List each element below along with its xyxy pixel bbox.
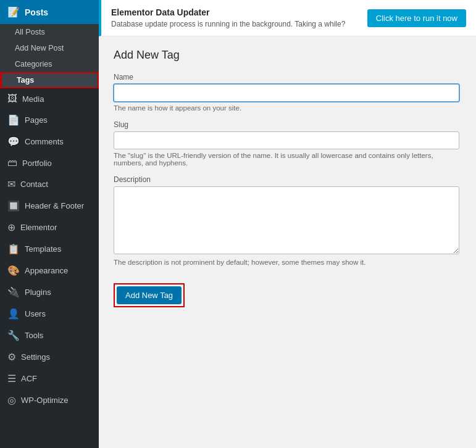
sidebar-item-comments[interactable]: 💬 Comments <box>0 131 99 152</box>
submit-button-wrapper: Add New Tag <box>114 283 185 307</box>
main-content: Elementor Data Updater Database update p… <box>99 0 476 448</box>
sidebar-item-tags[interactable]: Tags <box>0 72 99 88</box>
sidebar-item-posts-label: Posts <box>25 7 48 17</box>
sidebar: 📝 Posts All Posts Add New Post Categorie… <box>0 0 99 448</box>
sidebar-item-all-posts[interactable]: All Posts <box>0 24 99 40</box>
sidebar-item-media-label: Media <box>22 94 44 104</box>
notice-title: Elementor Data Updater <box>111 7 345 17</box>
posts-icon: 📝 <box>7 6 20 18</box>
description-textarea[interactable] <box>114 186 459 254</box>
sidebar-item-categories[interactable]: Categories <box>0 56 99 72</box>
description-label: Description <box>114 175 461 184</box>
plugins-icon: 🔌 <box>7 286 20 298</box>
slug-field-group: Slug The "slug" is the URL-friendly vers… <box>114 120 461 167</box>
sidebar-item-comments-label: Comments <box>25 137 64 146</box>
sidebar-item-wp-optimize[interactable]: ◎ WP-Optimize <box>0 389 99 411</box>
slug-input[interactable] <box>114 131 459 149</box>
header-footer-icon: 🔲 <box>7 200 20 212</box>
description-hint: The description is not prominent by defa… <box>114 259 459 266</box>
sidebar-item-pages-label: Pages <box>25 115 48 125</box>
appearance-icon: 🎨 <box>7 265 20 276</box>
name-hint: The name is how it appears on your site. <box>114 104 459 112</box>
sidebar-item-portfolio-label: Portfolio <box>22 159 52 168</box>
tools-icon: 🔧 <box>7 330 20 341</box>
portfolio-icon: 🗃 <box>7 157 17 168</box>
slug-hint: The "slug" is the URL-friendly version o… <box>114 152 459 167</box>
sidebar-item-portfolio[interactable]: 🗃 Portfolio <box>0 152 99 173</box>
sidebar-item-elementor[interactable]: ⊕ Elementor <box>0 217 99 238</box>
sidebar-item-header-footer-label: Header & Footer <box>25 201 84 210</box>
sidebar-item-add-new-post[interactable]: Add New Post <box>0 40 99 56</box>
sidebar-item-appearance-label: Appearance <box>25 266 68 275</box>
sidebar-item-templates[interactable]: 📋 Templates <box>0 238 99 260</box>
sidebar-item-templates-label: Templates <box>25 244 61 254</box>
name-label: Name <box>114 73 461 81</box>
media-icon: 🖼 <box>7 93 17 104</box>
sidebar-item-acf-label: ACF <box>21 374 37 383</box>
pages-icon: 📄 <box>7 114 20 126</box>
sidebar-item-acf[interactable]: ☰ ACF <box>0 368 99 389</box>
notice-banner: Elementor Data Updater Database update p… <box>99 0 476 36</box>
name-input[interactable] <box>114 84 459 102</box>
acf-icon: ☰ <box>7 373 16 384</box>
elementor-icon: ⊕ <box>7 222 15 233</box>
name-field-group: Name The name is how it appears on your … <box>114 73 461 112</box>
sidebar-item-settings-label: Settings <box>21 352 50 362</box>
sidebar-item-tools[interactable]: 🔧 Tools <box>0 325 99 346</box>
slug-label: Slug <box>114 120 461 129</box>
sidebar-item-contact[interactable]: ✉ Contact <box>0 173 99 195</box>
sidebar-item-users-label: Users <box>25 309 46 318</box>
sidebar-item-tools-label: Tools <box>25 331 43 340</box>
contact-icon: ✉ <box>7 178 15 190</box>
form-title: Add New Tag <box>114 49 461 62</box>
settings-icon: ⚙ <box>7 351 16 363</box>
posts-submenu: All Posts Add New Post Categories Tags <box>0 24 99 88</box>
sidebar-item-plugins[interactable]: 🔌 Plugins <box>0 281 99 303</box>
sidebar-item-contact-label: Contact <box>20 180 48 189</box>
users-icon: 👤 <box>7 308 20 320</box>
comments-icon: 💬 <box>7 136 20 147</box>
sidebar-item-header-footer[interactable]: 🔲 Header & Footer <box>0 195 99 217</box>
sidebar-item-users[interactable]: 👤 Users <box>0 303 99 325</box>
wp-optimize-icon: ◎ <box>7 394 16 406</box>
add-new-tag-button[interactable]: Add New Tag <box>117 286 182 304</box>
sidebar-item-wp-optimize-label: WP-Optimize <box>21 396 69 405</box>
sidebar-item-plugins-label: Plugins <box>25 288 51 297</box>
sidebar-item-elementor-label: Elementor <box>20 223 57 232</box>
notice-description: Database update process is running in th… <box>111 20 345 28</box>
templates-icon: 📋 <box>7 243 20 255</box>
description-field-group: Description The description is not promi… <box>114 175 461 266</box>
sidebar-item-appearance[interactable]: 🎨 Appearance <box>0 260 99 281</box>
notice-run-button[interactable]: Click here to run it now <box>367 9 466 27</box>
sidebar-item-settings[interactable]: ⚙ Settings <box>0 346 99 368</box>
notice-text: Elementor Data Updater Database update p… <box>111 7 345 28</box>
sidebar-item-posts[interactable]: 📝 Posts <box>0 0 99 24</box>
sidebar-item-pages[interactable]: 📄 Pages <box>0 109 99 131</box>
add-new-tag-form-area: Add New Tag Name The name is how it appe… <box>99 36 476 320</box>
sidebar-item-media[interactable]: 🖼 Media <box>0 88 99 109</box>
